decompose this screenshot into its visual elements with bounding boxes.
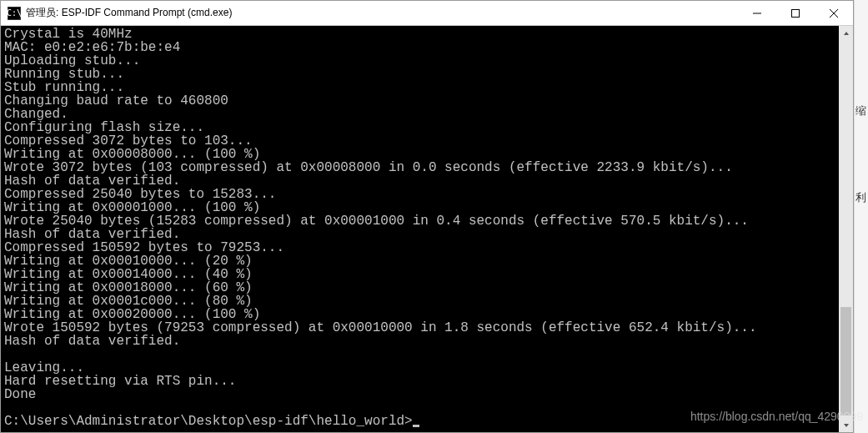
terminal-line: Writing at 0x00001000... (100 %)	[4, 201, 835, 214]
terminal-line: Wrote 150592 bytes (79253 compressed) at…	[4, 321, 835, 335]
terminal-line: Writing at 0x00010000... (20 %)	[4, 254, 835, 268]
side-char: 利	[855, 190, 866, 205]
terminal-prompt-line[interactable]: C:\Users\Administrator\Desktop\esp-idf\h…	[4, 415, 835, 428]
terminal-line: Done	[4, 388, 835, 401]
terminal-window: C:\ 管理员: ESP-IDF Command Prompt (cmd.exe…	[0, 0, 854, 433]
window-controls	[738, 1, 853, 25]
terminal-line: Hash of data verified.	[4, 335, 835, 348]
vertical-scrollbar[interactable]	[839, 26, 853, 432]
terminal-line: Writing at 0x0001c000... (80 %)	[4, 295, 835, 308]
terminal-line: Running stub...	[4, 68, 835, 81]
terminal-line: Hash of data verified.	[4, 174, 835, 188]
terminal-body: Crystal is 40MHzMAC: e0:e2:e6:7b:be:e4Up…	[1, 26, 853, 432]
terminal-line: Hash of data verified.	[4, 228, 835, 241]
terminal-cursor	[413, 425, 419, 427]
cmd-icon-text: C:\	[7, 8, 22, 18]
maximize-button[interactable]	[776, 1, 815, 25]
side-char: 缩	[855, 103, 866, 118]
terminal-line: Hard resetting via RTS pin...	[4, 375, 835, 388]
terminal-line: Writing at 0x00018000... (60 %)	[4, 281, 835, 295]
terminal-line: Writing at 0x00020000... (100 %)	[4, 308, 835, 321]
minimize-icon	[753, 9, 761, 18]
svg-marker-4	[844, 32, 849, 35]
terminal-line: Leaving...	[4, 361, 835, 375]
chevron-down-icon	[843, 422, 850, 429]
terminal-line: MAC: e0:e2:e6:7b:be:e4	[4, 41, 835, 54]
titlebar[interactable]: C:\ 管理员: ESP-IDF Command Prompt (cmd.exe…	[1, 1, 853, 26]
terminal-prompt: C:\Users\Administrator\Desktop\esp-idf\h…	[4, 414, 413, 429]
terminal-line	[4, 401, 835, 415]
terminal-line: Wrote 3072 bytes (103 compressed) at 0x0…	[4, 161, 835, 174]
maximize-icon	[791, 9, 800, 18]
scrollbar-track[interactable]	[839, 40, 853, 418]
svg-marker-5	[844, 424, 849, 427]
close-icon	[830, 9, 838, 18]
window-title: 管理员: ESP-IDF Command Prompt (cmd.exe)	[26, 6, 738, 20]
terminal-line: Changing baud rate to 460800	[4, 94, 835, 108]
scrollbar-down-button[interactable]	[839, 418, 853, 432]
svg-rect-0	[753, 13, 761, 13]
scrollbar-up-button[interactable]	[839, 26, 853, 40]
terminal-line: Crystal is 40MHz	[4, 28, 835, 41]
minimize-button[interactable]	[738, 1, 776, 25]
outer-scrollbar-strip: 缩 利	[854, 0, 868, 433]
terminal-line: Compressed 150592 bytes to 79253...	[4, 241, 835, 254]
cmd-icon: C:\	[8, 7, 21, 20]
close-button[interactable]	[815, 1, 853, 25]
terminal-output[interactable]: Crystal is 40MHzMAC: e0:e2:e6:7b:be:e4Up…	[1, 26, 839, 432]
terminal-line: Compressed 3072 bytes to 103...	[4, 134, 835, 148]
terminal-line: Configuring flash size...	[4, 121, 835, 134]
terminal-line: Uploading stub...	[4, 54, 835, 68]
terminal-line: Stub running...	[4, 81, 835, 94]
scrollbar-thumb[interactable]	[840, 307, 851, 415]
terminal-line: Writing at 0x00008000... (100 %)	[4, 148, 835, 161]
terminal-line: Compressed 25040 bytes to 15283...	[4, 188, 835, 201]
terminal-line: Changed.	[4, 108, 835, 121]
terminal-line: Writing at 0x00014000... (40 %)	[4, 268, 835, 281]
svg-rect-1	[792, 9, 800, 17]
terminal-line: Wrote 25040 bytes (15283 compressed) at …	[4, 214, 835, 228]
terminal-line	[4, 348, 835, 361]
chevron-up-icon	[843, 30, 850, 37]
